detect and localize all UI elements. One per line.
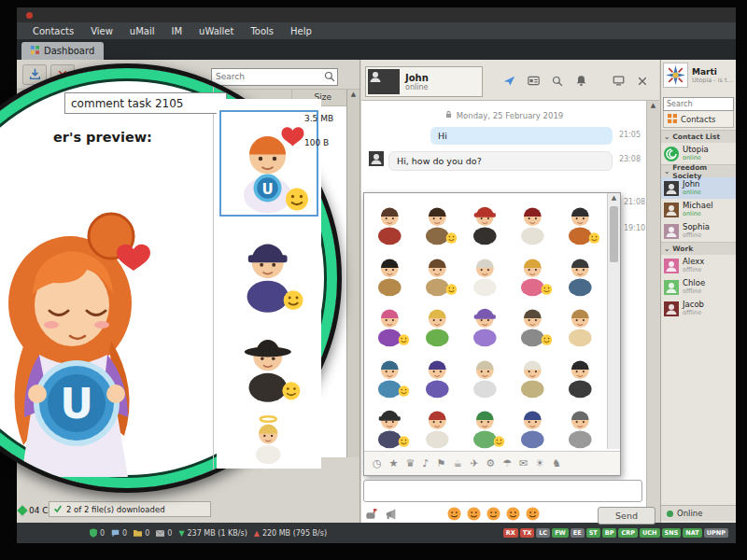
category-coffee-icon[interactable]: ☕: [453, 458, 462, 469]
chat-scrollbar[interactable]: ▲: [646, 101, 659, 523]
category-gear-icon[interactable]: ⚙: [486, 458, 495, 469]
category-umbrella-icon[interactable]: ☂: [502, 458, 512, 469]
sticker-item[interactable]: [414, 195, 461, 245]
sticker-item[interactable]: [366, 399, 414, 449]
magnified-file-name: comment task 2105: [64, 92, 227, 114]
menu-help[interactable]: Help: [282, 24, 320, 38]
sticker-scrollbar[interactable]: ▲: [607, 193, 620, 449]
sticker-item[interactable]: [366, 245, 414, 296]
sticker-item[interactable]: [461, 399, 509, 449]
category-recent-icon[interactable]: ◷: [373, 458, 382, 469]
sticker-item[interactable]: [366, 195, 414, 245]
screen-share-icon[interactable]: [613, 73, 625, 91]
status-counter: 0: [156, 529, 172, 538]
file-size: 3.5 MB: [304, 114, 355, 123]
contact-group-header[interactable]: ⌄Freedom Society: [661, 164, 736, 177]
menu-tools[interactable]: Tools: [242, 24, 282, 38]
chat-toolbar: [503, 73, 648, 91]
category-crown-icon[interactable]: ♛: [405, 458, 415, 469]
sticker-item[interactable]: [557, 347, 605, 398]
sticker-item[interactable]: [557, 195, 605, 245]
sticker-item[interactable]: [510, 347, 557, 398]
tab-contacts[interactable]: Contacts: [663, 110, 734, 128]
sticker-item[interactable]: [366, 297, 414, 347]
send-message-icon[interactable]: [503, 73, 515, 91]
file-thumbnail-cowboy[interactable]: [219, 317, 318, 403]
category-plane-icon[interactable]: ✈: [470, 458, 478, 469]
contact-row[interactable]: Utopiaonline: [661, 143, 736, 164]
contact-name: Alexx: [683, 258, 704, 266]
contact-row[interactable]: Jacoboffline: [661, 298, 736, 319]
sticker-item[interactable]: [414, 399, 461, 449]
sticker-item[interactable]: [414, 245, 461, 296]
menu-contacts[interactable]: Contacts: [24, 24, 82, 38]
category-flag-icon[interactable]: ⚑: [436, 458, 445, 469]
message-input[interactable]: [363, 480, 642, 502]
file-thumbnail-angel[interactable]: [219, 407, 318, 465]
sticker-item[interactable]: [557, 297, 605, 347]
contact-row[interactable]: Johnonline: [661, 177, 736, 199]
category-mail-icon[interactable]: ✉: [519, 458, 528, 469]
sticker-item[interactable]: [510, 195, 557, 245]
status-badge: NAT: [683, 528, 701, 538]
online-dot-icon: [667, 511, 673, 517]
contacts-search-input[interactable]: [663, 97, 734, 111]
file-thumbnail-police[interactable]: [219, 220, 318, 314]
tab-dashboard[interactable]: Dashboard: [21, 42, 104, 60]
sticker-item[interactable]: [557, 245, 605, 296]
contact-row[interactable]: Sophiaoffline: [661, 220, 736, 242]
contact-row[interactable]: Chloeoffline: [661, 276, 736, 298]
category-chess-icon[interactable]: ♞: [552, 458, 561, 469]
sticker-item[interactable]: [557, 399, 605, 449]
menu-uwallet[interactable]: uWallet: [190, 24, 242, 38]
contact-card-icon[interactable]: [528, 73, 540, 91]
send-button[interactable]: Send: [598, 507, 655, 525]
sticker-item[interactable]: [510, 399, 557, 449]
status-badge: ST: [586, 528, 600, 538]
sticker-item[interactable]: [414, 297, 461, 347]
mailbox-icon[interactable]: [365, 507, 378, 525]
search-icon[interactable]: [552, 73, 563, 91]
presence-selector[interactable]: Online: [661, 505, 736, 521]
close-icon[interactable]: [637, 73, 648, 91]
category-star-icon[interactable]: ★: [389, 458, 399, 469]
megaphone-icon[interactable]: [385, 507, 398, 525]
emoji-smile[interactable]: [467, 507, 481, 525]
sticker-thumbnail-strip: U: [217, 99, 321, 469]
status-badge: LC: [536, 528, 550, 538]
sticker-item[interactable]: [510, 245, 557, 296]
emoji-angry[interactable]: [447, 507, 461, 525]
contact-status: offline: [683, 266, 704, 273]
menu-im[interactable]: IM: [163, 24, 191, 38]
upload-stats: ▲220 MB (795 B/s): [254, 529, 327, 538]
magnifier-divider: [213, 68, 214, 488]
emoji-wink[interactable]: [526, 507, 540, 525]
emoji-grin[interactable]: [486, 507, 500, 525]
contact-group-header[interactable]: ⌄Work: [661, 242, 736, 255]
file-thumbnail-girl[interactable]: U: [219, 110, 318, 217]
menu-view[interactable]: View: [82, 24, 121, 38]
sticker-item[interactable]: [461, 297, 509, 347]
sticker-item[interactable]: [414, 347, 461, 398]
chat-peer[interactable]: John online: [365, 66, 483, 97]
contact-row[interactable]: Alexxoffline: [661, 255, 736, 276]
sticker-item[interactable]: [510, 297, 557, 347]
utopia-logo-icon: [663, 63, 688, 88]
sticker-item[interactable]: [461, 245, 509, 296]
file-search-input[interactable]: [211, 68, 338, 86]
sticker-item[interactable]: [366, 347, 414, 398]
scroll-thumb[interactable]: [610, 206, 618, 262]
user-card[interactable]: Marti Utopia - is the f...: [661, 60, 736, 91]
sticker-item[interactable]: [461, 195, 509, 245]
sticker-item[interactable]: [461, 347, 509, 398]
message-time: 19:10: [624, 224, 645, 232]
category-sun-icon[interactable]: ☀: [535, 458, 544, 469]
chat-header: John online: [361, 60, 659, 101]
emoji-love[interactable]: [506, 507, 520, 525]
menu-umail[interactable]: uMail: [121, 24, 163, 38]
contact-row[interactable]: Michaelonline: [661, 199, 736, 220]
category-music-icon[interactable]: ♪: [422, 458, 429, 469]
notifications-icon[interactable]: [575, 73, 587, 91]
sticker-categories: ◷★♛♪⚑☕✈⚙☂✉☀♞: [364, 451, 620, 475]
contact-group-header[interactable]: ⌄Contact List: [661, 130, 736, 143]
